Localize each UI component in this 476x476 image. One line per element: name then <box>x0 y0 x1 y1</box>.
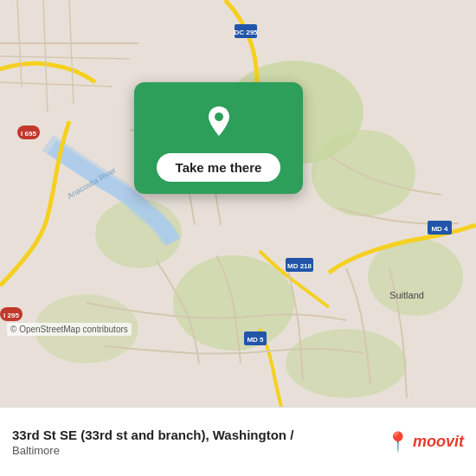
take-me-there-button[interactable]: Take me there <box>157 153 281 182</box>
location-subtitle: Baltimore <box>12 444 386 457</box>
popup-card: Take me there <box>134 82 303 194</box>
moovit-logo: 📍 moovit <box>386 431 464 453</box>
svg-text:I 295: I 295 <box>3 312 19 319</box>
svg-text:MD 218: MD 218 <box>287 262 312 270</box>
map-container: Anacostia River <box>0 0 476 407</box>
bottom-bar: 33rd St SE (33rd st and branch), Washing… <box>0 407 476 476</box>
moovit-pin-icon: 📍 <box>386 431 409 453</box>
moovit-wordmark: moovit <box>413 433 464 451</box>
svg-text:MD 5: MD 5 <box>247 336 264 344</box>
location-title: 33rd St SE (33rd st and branch), Washing… <box>12 427 386 444</box>
svg-point-2 <box>312 130 415 216</box>
svg-text:MD 4: MD 4 <box>431 225 448 233</box>
svg-text:DC 295: DC 295 <box>234 29 258 36</box>
map-svg: Anacostia River <box>0 0 476 407</box>
svg-point-7 <box>286 329 407 398</box>
svg-text:I 695: I 695 <box>21 130 36 138</box>
location-info: 33rd St SE (33rd st and branch), Washing… <box>12 427 386 457</box>
svg-text:Suitland: Suitland <box>389 290 424 300</box>
location-pin-icon <box>196 98 241 143</box>
copyright-text: © OpenStreetMap contributors <box>7 323 132 336</box>
svg-point-29 <box>215 113 223 121</box>
